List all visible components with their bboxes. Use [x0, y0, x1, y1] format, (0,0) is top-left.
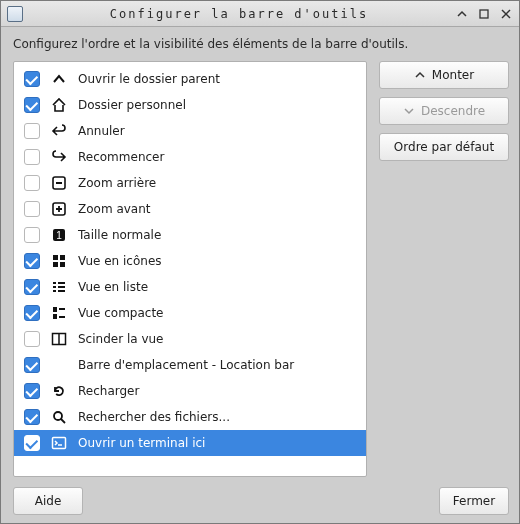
item-label: Barre d'emplacement - Location bar — [78, 358, 294, 372]
terminal-icon — [51, 435, 67, 451]
one-square-icon: 1 — [51, 227, 67, 243]
move-up-button[interactable]: Monter — [379, 61, 509, 89]
list-item-search[interactable]: Rechercher des fichiers... — [14, 404, 366, 430]
move-down-button[interactable]: Descendre — [379, 97, 509, 125]
list-item-zoom-in[interactable]: Zoom avant — [14, 196, 366, 222]
window-controls — [455, 7, 513, 21]
move-down-label: Descendre — [421, 104, 485, 118]
checkbox[interactable] — [24, 279, 40, 295]
chevron-up-icon — [456, 8, 468, 20]
checkbox[interactable] — [24, 97, 40, 113]
item-label: Dossier personnel — [78, 98, 186, 112]
item-label: Recommencer — [78, 150, 164, 164]
svg-point-26 — [54, 412, 62, 420]
maximize-button[interactable] — [477, 7, 491, 21]
list-icon — [51, 279, 67, 295]
close-icon — [501, 9, 511, 19]
minimize-button[interactable] — [455, 7, 469, 21]
checkbox[interactable] — [24, 201, 40, 217]
checkbox[interactable] — [24, 123, 40, 139]
item-label: Recharger — [78, 384, 139, 398]
list-item-zoom-out[interactable]: Zoom arrière — [14, 170, 366, 196]
list-item-home[interactable]: Dossier personnel — [14, 92, 366, 118]
list-item-icon-view[interactable]: Vue en icônes — [14, 248, 366, 274]
svg-rect-17 — [58, 286, 65, 288]
search-icon — [50, 408, 68, 426]
chevron-up-icon — [51, 71, 67, 87]
checkbox[interactable] — [24, 357, 40, 373]
checkbox[interactable] — [24, 409, 40, 425]
svg-rect-0 — [480, 10, 488, 18]
reset-order-label: Ordre par défaut — [394, 140, 494, 154]
checkbox[interactable] — [24, 71, 40, 87]
dialog-body: Configurez l'ordre et la visibilité des … — [1, 27, 519, 523]
item-label: Ouvrir le dossier parent — [78, 72, 220, 86]
zoom-in-icon — [50, 200, 68, 218]
checkbox[interactable] — [24, 305, 40, 321]
item-label: Scinder la vue — [78, 332, 164, 346]
arrow-right-curve-icon — [51, 149, 67, 165]
item-label: Zoom avant — [78, 202, 151, 216]
item-label: Taille normale — [78, 228, 161, 242]
split-icon — [50, 330, 68, 348]
toolbar-items-list[interactable]: Ouvrir le dossier parentDossier personne… — [13, 61, 367, 477]
chevron-up-icon — [414, 69, 426, 81]
reload-icon — [51, 383, 67, 399]
zoom-out-icon — [51, 175, 67, 191]
dialog-window: Configurer la barre d'outils Configurez … — [0, 0, 520, 524]
help-button[interactable]: Aide — [13, 487, 83, 515]
svg-rect-16 — [53, 286, 56, 288]
window-title: Configurer la barre d'outils — [29, 7, 449, 21]
reset-order-button[interactable]: Ordre par défaut — [379, 133, 509, 161]
titlebar: Configurer la barre d'outils — [1, 1, 519, 27]
svg-rect-21 — [53, 314, 57, 319]
move-up-label: Monter — [432, 68, 474, 82]
split-icon — [51, 331, 67, 347]
checkbox[interactable] — [24, 383, 40, 399]
svg-rect-22 — [59, 308, 65, 310]
list-item-compact-view[interactable]: Vue compacte — [14, 300, 366, 326]
close-dialog-button[interactable]: Fermer — [439, 487, 509, 515]
svg-rect-28 — [53, 438, 66, 449]
list-item-list-view[interactable]: Vue en liste — [14, 274, 366, 300]
item-label: Ouvrir un terminal ici — [78, 436, 205, 450]
checkbox[interactable] — [24, 253, 40, 269]
list-item-redo[interactable]: Recommencer — [14, 144, 366, 170]
svg-rect-23 — [59, 316, 65, 318]
checkbox[interactable] — [24, 175, 40, 191]
arrow-left-curve-icon — [51, 123, 67, 139]
window-icon — [7, 6, 23, 22]
search-icon — [51, 409, 67, 425]
svg-rect-10 — [53, 255, 58, 260]
home-icon — [50, 96, 68, 114]
close-button[interactable] — [499, 7, 513, 21]
list-item-undo[interactable]: Annuler — [14, 118, 366, 144]
svg-rect-14 — [53, 282, 56, 284]
zoom-out-icon — [50, 174, 68, 192]
terminal-icon — [50, 434, 68, 452]
svg-rect-18 — [53, 290, 56, 292]
svg-rect-11 — [60, 255, 65, 260]
checkbox[interactable] — [24, 331, 40, 347]
chevron-up-icon — [50, 70, 68, 88]
square-icon — [479, 9, 489, 19]
list-item-normal-size[interactable]: 1Taille normale — [14, 222, 366, 248]
checkbox[interactable] — [24, 149, 40, 165]
list-item-location-bar[interactable]: Barre d'emplacement - Location bar — [14, 352, 366, 378]
list-item-split-view[interactable]: Scinder la vue — [14, 326, 366, 352]
main-row: Ouvrir le dossier parentDossier personne… — [13, 61, 509, 477]
list-icon — [50, 278, 68, 296]
svg-rect-19 — [58, 290, 65, 292]
list-item-reload[interactable]: Recharger — [14, 378, 366, 404]
close-label: Fermer — [453, 494, 495, 508]
list-item-terminal[interactable]: Ouvrir un terminal ici — [14, 430, 366, 456]
compact-icon — [51, 305, 67, 321]
blank-icon — [50, 356, 68, 374]
dialog-description: Configurez l'ordre et la visibilité des … — [13, 37, 509, 51]
svg-rect-13 — [60, 262, 65, 267]
list-item-parent-folder[interactable]: Ouvrir le dossier parent — [14, 66, 366, 92]
checkbox[interactable] — [24, 435, 40, 451]
checkbox[interactable] — [24, 227, 40, 243]
zoom-in-icon — [51, 201, 67, 217]
help-label: Aide — [35, 494, 62, 508]
